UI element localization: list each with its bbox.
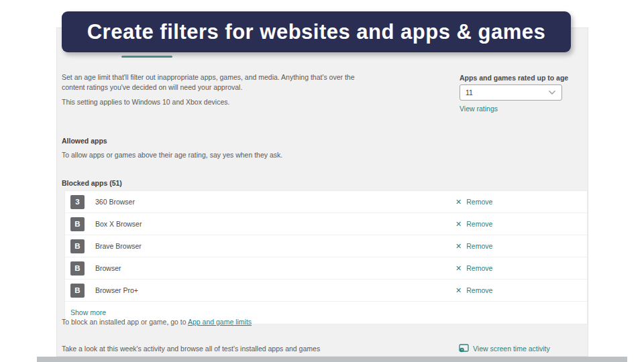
blocked-app-row: B Brave Browser ✕ Remove xyxy=(65,235,587,257)
block-instruction: To block an installed app or game, go to… xyxy=(62,318,252,326)
weekly-activity-text: Take a look at this week's activity and … xyxy=(62,345,320,353)
app-and-game-limits-link[interactable]: App and game limits xyxy=(188,318,252,326)
blocked-apps-list: 3 360 Browser ✕ Remove B Box X Browser ✕… xyxy=(64,190,588,324)
view-screen-time-activity-link[interactable]: View screen time activity xyxy=(459,344,550,353)
app-initial-icon: B xyxy=(70,284,85,298)
remove-x-icon: ✕ xyxy=(455,243,462,250)
remove-x-icon: ✕ xyxy=(455,265,462,272)
app-initial-icon: B xyxy=(70,217,85,231)
view-screen-time-activity-label: View screen time activity xyxy=(473,345,550,353)
callout-banner: Create filters for websites and apps & g… xyxy=(62,11,571,52)
app-name: Box X Browser xyxy=(95,220,142,228)
remove-x-icon: ✕ xyxy=(455,287,462,294)
remove-label: Remove xyxy=(466,220,492,228)
screen-time-icon xyxy=(459,344,469,353)
remove-label: Remove xyxy=(466,198,492,206)
setting-applies-note: This setting applies to Windows 10 and X… xyxy=(62,97,377,107)
age-rating-label: Apps and games rated up to age xyxy=(460,74,568,82)
blocked-app-row: B Browser Pro+ ✕ Remove xyxy=(65,280,587,302)
remove-button[interactable]: ✕ Remove xyxy=(455,213,492,235)
active-tab-indicator xyxy=(121,56,172,58)
remove-button[interactable]: ✕ Remove xyxy=(455,280,492,301)
remove-x-icon: ✕ xyxy=(455,198,462,206)
app-name: Brave Browser xyxy=(95,242,142,250)
callout-banner-title: Create filters for websites and apps & g… xyxy=(87,20,546,44)
allowed-apps-heading: Allowed apps xyxy=(62,137,107,145)
blocked-app-row: B Browser ✕ Remove xyxy=(65,257,587,280)
show-more-link[interactable]: Show more xyxy=(70,308,106,316)
remove-button[interactable]: ✕ Remove xyxy=(455,257,492,279)
blocked-apps-heading: Blocked apps (51) xyxy=(62,179,122,187)
blocked-app-row: 3 360 Browser ✕ Remove xyxy=(65,191,587,213)
block-instruction-text: To block an installed app or game, go to xyxy=(62,318,188,326)
age-rating-selected-value: 11 xyxy=(466,88,473,97)
remove-button[interactable]: ✕ Remove xyxy=(455,191,492,213)
app-initial-icon: 3 xyxy=(70,195,85,209)
bottom-window-edge xyxy=(37,357,627,362)
chevron-down-icon xyxy=(548,90,556,95)
view-ratings-link[interactable]: View ratings xyxy=(460,105,498,113)
remove-label: Remove xyxy=(466,242,492,250)
allowed-apps-description: To allow apps or games above their age r… xyxy=(62,150,397,160)
app-name: Browser Pro+ xyxy=(95,286,138,294)
remove-label: Remove xyxy=(466,286,492,294)
app-initial-icon: B xyxy=(70,239,85,253)
remove-button[interactable]: ✕ Remove xyxy=(455,235,492,257)
app-name: 360 Browser xyxy=(95,198,135,206)
remove-x-icon: ✕ xyxy=(455,221,462,228)
age-rating-dropdown[interactable]: 11 xyxy=(460,84,562,101)
app-name: Browser xyxy=(95,264,121,272)
age-limit-description: Set an age limit that'll filter out inap… xyxy=(62,72,377,93)
blocked-app-row: B Box X Browser ✕ Remove xyxy=(65,213,587,235)
remove-label: Remove xyxy=(466,264,492,272)
app-initial-icon: B xyxy=(70,261,85,276)
